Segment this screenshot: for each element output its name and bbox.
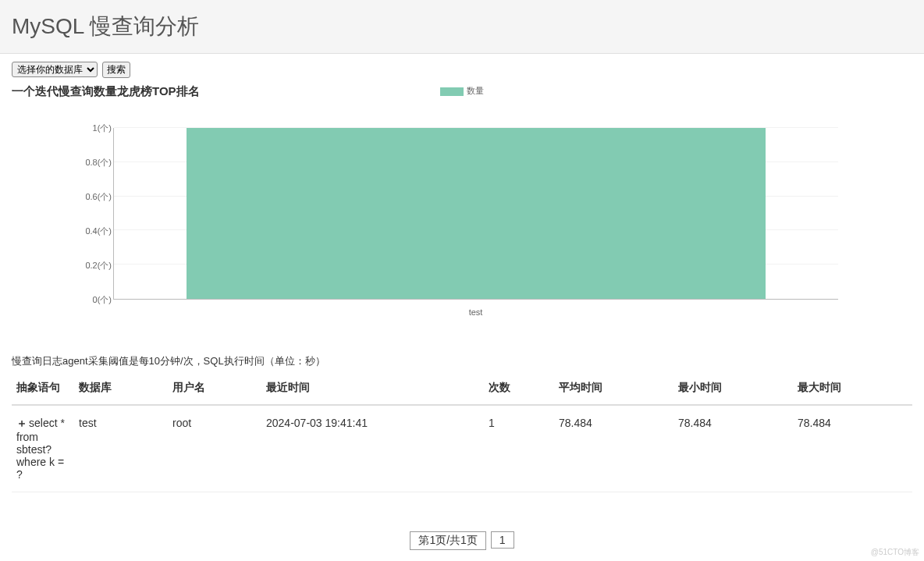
y-tick: 0.2(个) bbox=[80, 260, 112, 272]
cell-max: 78.484 bbox=[793, 405, 912, 492]
x-tick: test bbox=[113, 307, 838, 317]
cell-min: 78.484 bbox=[673, 405, 793, 492]
cell-db: test bbox=[74, 405, 168, 492]
y-tick: 0(个) bbox=[80, 294, 112, 306]
controls-bar: 选择你的数据库 搜索 bbox=[12, 62, 912, 78]
legend-label: 数量 bbox=[467, 86, 484, 95]
table-header-row: 抽象语句 数据库 用户名 最近时间 次数 平均时间 最小时间 最大时间 bbox=[12, 373, 912, 405]
page-title: MySQL 慢查询分析 bbox=[12, 12, 912, 41]
bar-chart: 1(个) 0.8(个) 0.6(个) 0.4(个) 0.2(个) 0(个) te… bbox=[12, 105, 912, 323]
database-select[interactable]: 选择你的数据库 bbox=[12, 62, 98, 77]
pager-info: 第1页/共1页 bbox=[410, 531, 485, 550]
pager-page-1[interactable]: 1 bbox=[491, 531, 514, 549]
table-row: ＋select * from sbtest? where k = ? test … bbox=[12, 405, 912, 492]
cell-recent: 2024-07-03 19:41:41 bbox=[261, 405, 484, 492]
search-button[interactable]: 搜索 bbox=[102, 62, 130, 78]
th-avg: 平均时间 bbox=[554, 373, 673, 405]
plot-area bbox=[113, 128, 838, 300]
y-tick: 1(个) bbox=[80, 122, 112, 134]
th-max: 最大时间 bbox=[793, 373, 912, 405]
y-tick: 0.6(个) bbox=[80, 191, 112, 203]
watermark: @51CTO博客 bbox=[871, 547, 919, 558]
th-count: 次数 bbox=[484, 373, 554, 405]
th-sql: 抽象语句 bbox=[12, 373, 74, 405]
collection-note: 慢查询日志agent采集阈值是每10分钟/次，SQL执行时间（单位：秒） bbox=[12, 354, 912, 368]
y-tick: 0.4(个) bbox=[80, 225, 112, 237]
th-user: 用户名 bbox=[168, 373, 261, 405]
cell-sql: ＋select * from sbtest? where k = ? bbox=[12, 405, 74, 492]
cell-avg: 78.484 bbox=[554, 405, 673, 492]
bar-test[interactable] bbox=[187, 128, 766, 299]
expand-icon[interactable]: ＋ bbox=[16, 417, 27, 429]
th-recent: 最近时间 bbox=[261, 373, 484, 405]
page-header: MySQL 慢查询分析 bbox=[0, 0, 924, 54]
y-tick: 0.8(个) bbox=[80, 157, 112, 169]
pager: 第1页/共1页 1 bbox=[12, 531, 912, 550]
legend-swatch-icon bbox=[440, 87, 464, 96]
slow-query-table: 抽象语句 数据库 用户名 最近时间 次数 平均时间 最小时间 最大时间 ＋sel… bbox=[12, 373, 912, 492]
main-content: 选择你的数据库 搜索 一个迭代慢查询数量龙虎榜TOP排名 数量 1(个) 0.8… bbox=[0, 54, 924, 561]
th-min: 最小时间 bbox=[673, 373, 793, 405]
cell-count: 1 bbox=[484, 405, 554, 492]
cell-user: root bbox=[168, 405, 261, 492]
th-db: 数据库 bbox=[74, 373, 168, 405]
